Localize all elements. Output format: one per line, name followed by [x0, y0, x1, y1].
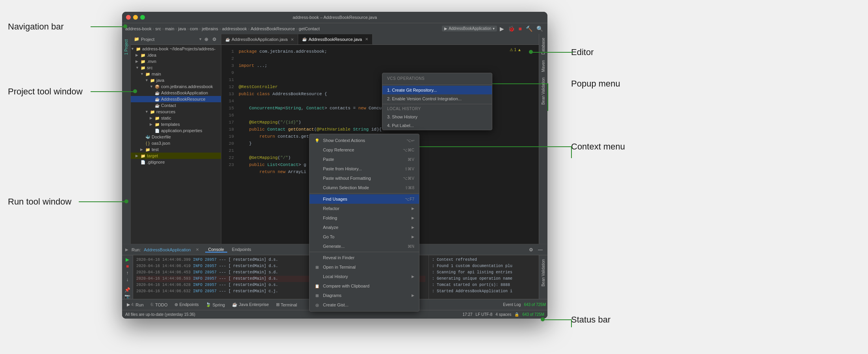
endpoints-tab-bottom[interactable]: ⊛ Endpoints	[171, 301, 202, 308]
ctx-find-usages[interactable]: Find Usages ⌥F7	[310, 194, 419, 204]
maven-tab[interactable]: Maven	[540, 58, 546, 74]
bean-validation-tab[interactable]: Bean Validation	[540, 75, 546, 107]
git-status[interactable]: 643 of 725M	[522, 312, 544, 317]
tree-resources[interactable]: ▼ 📁 resources	[131, 109, 221, 115]
ctx-item-label: Analyze	[323, 225, 338, 230]
bean-validation-bottom-tab[interactable]: Bean Validation	[540, 257, 546, 289]
tree-static[interactable]: ▶ 📁 static	[131, 115, 221, 121]
minimize-button[interactable]	[133, 15, 138, 20]
tree-gitignore[interactable]: ▶ 📄 .gitignore	[131, 159, 221, 165]
ctx-reveal-finder[interactable]: Reveal in Finder	[310, 253, 419, 262]
ctx-folding[interactable]: Folding	[310, 213, 419, 223]
tree-mvn[interactable]: ▶ 📁 .mvn	[131, 58, 221, 65]
todo-tab[interactable]: 6: TODO	[148, 301, 171, 308]
ctx-paste-history[interactable]: Paste from History... ⇧⌘V	[310, 164, 419, 173]
tab-close-button[interactable]: ✕	[291, 37, 294, 42]
stop-button[interactable]: ■	[517, 26, 523, 32]
run-config-button[interactable]: ▶ AddressBookApplication ▾	[442, 26, 497, 31]
database-tab[interactable]: Database	[540, 35, 546, 57]
nav-main[interactable]: main	[165, 26, 174, 31]
tab-close-button[interactable]: ✕	[365, 37, 368, 41]
tab-addressbookapplication[interactable]: ☕ AddressBookApplication.java ✕	[221, 34, 298, 44]
nav-method[interactable]: getContact	[299, 26, 320, 31]
ctx-item-label: Copy Reference	[323, 148, 354, 152]
ctx-shortcut: ⌥⌘V	[403, 176, 414, 181]
maximize-button[interactable]	[140, 15, 145, 20]
ctx-shortcut: ⇧⌘V	[404, 167, 414, 171]
pin-tab-button[interactable]: 📌	[124, 287, 132, 293]
spring-tab[interactable]: 🍃 Spring	[202, 301, 228, 308]
ctx-analyze[interactable]: Analyze	[310, 223, 419, 232]
run-tab-bottom[interactable]: ▶ 4: Run	[124, 301, 147, 308]
nav-resource[interactable]: AddressBookResource	[250, 26, 295, 31]
ctx-compare-clipboard[interactable]: 📋 Compare with Clipboard	[310, 281, 419, 291]
nav-src[interactable]: src	[155, 26, 161, 31]
tree-oas3[interactable]: ▶ { } oas3.json	[131, 140, 221, 146]
line-endings[interactable]: LF UTF-8	[476, 312, 493, 317]
ctx-paste-no-format[interactable]: Paste without Formatting ⌥⌘V	[310, 173, 419, 183]
ctx-generate[interactable]: Generate... ⌘N	[310, 242, 419, 251]
scroll-up-button[interactable]: ↑	[124, 270, 132, 276]
project-panel-toggle[interactable]: 1 Project	[123, 37, 129, 57]
tree-contact[interactable]: ☕ Contact	[131, 102, 221, 109]
event-log-item[interactable]: Event Log	[503, 302, 521, 307]
ctx-column-selection[interactable]: Column Selection Mode ⇧⌘8	[310, 183, 419, 192]
ctx-local-history[interactable]: Local History	[310, 272, 419, 281]
endpoints-tab[interactable]: Endpoints	[229, 247, 254, 253]
ctx-copy-reference[interactable]: Copy Reference ⌥⌘C	[310, 145, 419, 155]
tab-addressbookresource[interactable]: ☕ AddressBookResource.java ✕	[298, 34, 373, 44]
rerun-button[interactable]: ▶	[124, 257, 132, 262]
tree-addressbookresource[interactable]: ☕ AddressBookResource	[131, 96, 221, 102]
vcs-show-history-item[interactable]: 3. Show History	[382, 112, 492, 121]
tree-package[interactable]: ▼ 📦 com.jetbrains.addressbook	[131, 83, 221, 90]
ctx-open-terminal[interactable]: ⊞ Open in Terminal	[310, 262, 419, 272]
sync-button[interactable]: ⊕	[203, 36, 210, 42]
ctx-paste[interactable]: Paste ⌘V	[310, 155, 419, 164]
tree-java[interactable]: ▼ 📁 java	[131, 77, 221, 83]
stop-run-button[interactable]: ■	[124, 264, 132, 269]
output-line: : Started AddressBookApplication i	[432, 288, 536, 295]
nav-project[interactable]: address-book	[125, 26, 152, 31]
vcs-put-label-item[interactable]: 4. Put Label...	[382, 121, 492, 130]
camera-button[interactable]: 📷	[124, 294, 132, 299]
vcs-create-git-item[interactable]: 1. Create Git Repository...	[382, 86, 492, 94]
nav-java[interactable]: java	[178, 26, 186, 31]
run-panel-close[interactable]: ✕	[196, 247, 199, 252]
settings-button[interactable]: ⚙	[527, 246, 535, 254]
tree-root[interactable]: ▼ 📁 address-book ~/IdeaProjects/address-	[131, 46, 221, 52]
log-pid: 28957	[205, 288, 217, 295]
nav-addressbook[interactable]: addressbook	[222, 26, 247, 31]
tree-target[interactable]: ▶ 📁 target	[131, 153, 221, 159]
ctx-goto[interactable]: Go To	[310, 232, 419, 242]
ctx-refactor[interactable]: Refactor	[310, 204, 419, 213]
tree-main[interactable]: ▼ 📁 main	[131, 71, 221, 77]
java-enterprise-tab[interactable]: ☕ Java Enterprise	[229, 301, 272, 308]
terminal-icon: ⊞	[276, 302, 280, 307]
build-button[interactable]: 🔨	[525, 26, 534, 32]
minimize-panel-button[interactable]: —	[536, 246, 544, 254]
nav-com[interactable]: com	[190, 26, 198, 31]
ctx-diagrams[interactable]: ⊞ Diagrams	[310, 291, 419, 300]
tree-addressbookapplication[interactable]: ☕ AddressBookApplication	[131, 90, 221, 96]
ctx-show-context-actions[interactable]: 💡 Show Context Actions ⌥↩	[310, 136, 419, 145]
ctx-create-gist[interactable]: ◎ Create Gist...	[310, 300, 419, 310]
scroll-down-button[interactable]: ↓	[124, 277, 132, 282]
log-pid: 28957	[205, 282, 217, 288]
run-button[interactable]: ▶	[499, 26, 505, 32]
terminal-tab[interactable]: ⊞ Terminal	[273, 301, 300, 308]
tree-src[interactable]: ▼ 📁 src	[131, 65, 221, 71]
settings-icon[interactable]: ⚙	[211, 36, 218, 42]
indent-setting[interactable]: 4 spaces	[495, 312, 511, 317]
close-button[interactable]	[126, 15, 131, 20]
tree-appprops[interactable]: ▶ 📄 application.properties	[131, 127, 221, 134]
debug-button[interactable]: 🐞	[507, 26, 516, 32]
search-button[interactable]: 🔍	[535, 26, 544, 32]
tree-dockerfile[interactable]: ▶ 🐳 Dockerfile	[131, 134, 221, 140]
tree-test[interactable]: ▶ 📁 test	[131, 146, 221, 153]
nav-jetbrains[interactable]: jetbrains	[202, 26, 219, 31]
tree-idea[interactable]: ▶ 📁 .idea	[131, 52, 221, 58]
cursor-position[interactable]: 17:27	[463, 312, 473, 317]
vcs-enable-vcs-item[interactable]: 2. Enable Version Control Integration...	[382, 94, 492, 103]
tree-templates[interactable]: ▶ 📁 templates	[131, 121, 221, 127]
console-tab[interactable]: Console	[205, 247, 227, 253]
